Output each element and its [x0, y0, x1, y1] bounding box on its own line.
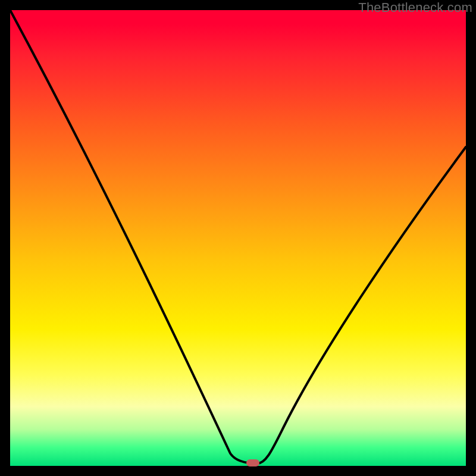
bottleneck-curve: [10, 10, 466, 466]
watermark-text: TheBottleneck.com: [358, 0, 472, 15]
min-marker: [246, 459, 259, 466]
curve-path: [10, 10, 466, 464]
chart-frame: TheBottleneck.com: [0, 0, 476, 476]
plot-area: [10, 10, 466, 466]
